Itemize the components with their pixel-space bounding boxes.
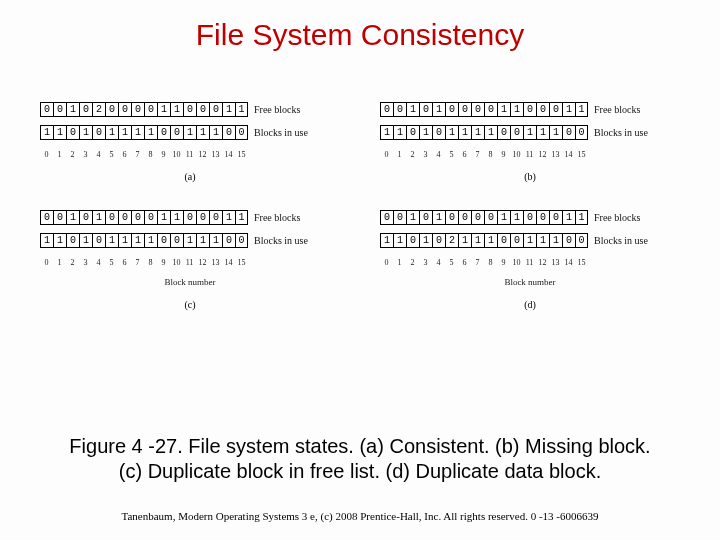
index-label: 14 <box>222 258 235 267</box>
panel-sublabel: (b) <box>380 171 680 182</box>
index-label: 11 <box>183 150 196 159</box>
use-cell: 1 <box>549 125 562 140</box>
free-cell: 0 <box>393 210 406 225</box>
index-label: 10 <box>170 150 183 159</box>
use-cell: 1 <box>419 125 432 140</box>
index-label: 1 <box>53 150 66 159</box>
free-cell: 1 <box>406 102 419 117</box>
use-cell: 1 <box>196 125 209 140</box>
use-cell: 1 <box>536 125 549 140</box>
index-label: 5 <box>445 258 458 267</box>
index-label: 7 <box>131 150 144 159</box>
free-cell: 1 <box>222 210 235 225</box>
row-label-use: Blocks in use <box>594 235 648 246</box>
panel-c: 0010100001100011Free blocks1101011110011… <box>40 210 340 310</box>
row-label-use: Blocks in use <box>254 127 308 138</box>
slide-title: File System Consistency <box>0 0 720 62</box>
use-cell: 0 <box>575 125 588 140</box>
index-label: 11 <box>183 258 196 267</box>
index-label: 7 <box>471 258 484 267</box>
index-label: 6 <box>118 150 131 159</box>
index-label: 0 <box>40 258 53 267</box>
free-cell: 0 <box>105 102 118 117</box>
index-label: 6 <box>458 150 471 159</box>
free-cell: 1 <box>66 102 79 117</box>
index-label: 2 <box>406 150 419 159</box>
free-cell: 0 <box>131 210 144 225</box>
free-cell: 0 <box>79 210 92 225</box>
use-cell: 1 <box>209 233 222 248</box>
free-cell: 1 <box>222 102 235 117</box>
index-label: 15 <box>575 258 588 267</box>
free-cell: 0 <box>471 102 484 117</box>
use-cell: 1 <box>196 233 209 248</box>
use-cell: 1 <box>209 125 222 140</box>
use-cell: 0 <box>510 233 523 248</box>
index-label: 12 <box>536 150 549 159</box>
free-cell: 0 <box>196 102 209 117</box>
axis-label: Block number <box>40 277 340 287</box>
free-cell: 0 <box>144 210 157 225</box>
use-cell: 1 <box>471 125 484 140</box>
free-cell: 0 <box>380 210 393 225</box>
panel-a: 0010200001100011Free blocks1101011110011… <box>40 102 340 182</box>
free-cell: 0 <box>209 210 222 225</box>
index-label: 3 <box>79 258 92 267</box>
use-cell: 2 <box>445 233 458 248</box>
index-label: 0 <box>380 258 393 267</box>
use-cell: 0 <box>406 233 419 248</box>
use-cell: 1 <box>118 233 131 248</box>
index-label: 11 <box>523 258 536 267</box>
index-label: 6 <box>118 258 131 267</box>
use-cell: 0 <box>432 125 445 140</box>
index-label: 15 <box>235 150 248 159</box>
index-label: 8 <box>484 150 497 159</box>
index-label: 1 <box>53 258 66 267</box>
use-cell: 1 <box>380 125 393 140</box>
axis-label: Block number <box>380 277 680 287</box>
use-cell: 1 <box>144 233 157 248</box>
index-label: 3 <box>79 150 92 159</box>
index-label: 9 <box>157 150 170 159</box>
index-label: 1 <box>393 150 406 159</box>
use-cell: 1 <box>53 125 66 140</box>
slide-footer: Tanenbaum, Modern Operating Systems 3 e,… <box>0 510 720 522</box>
free-cell: 1 <box>157 102 170 117</box>
index-label: 4 <box>92 258 105 267</box>
index-label: 12 <box>536 258 549 267</box>
free-cell: 1 <box>575 102 588 117</box>
free-cell: 0 <box>445 210 458 225</box>
use-cell: 0 <box>497 233 510 248</box>
use-cell: 0 <box>510 125 523 140</box>
caption-line-1: Figure 4 -27. File system states. (a) Co… <box>69 435 650 457</box>
free-cell: 1 <box>432 210 445 225</box>
use-cell: 1 <box>471 233 484 248</box>
index-label: 12 <box>196 258 209 267</box>
row-label-free: Free blocks <box>594 104 640 115</box>
free-cell: 1 <box>562 102 575 117</box>
free-cell: 1 <box>510 102 523 117</box>
row-label-use: Blocks in use <box>254 235 308 246</box>
index-label: 11 <box>523 150 536 159</box>
free-cell: 0 <box>484 210 497 225</box>
index-label: 5 <box>445 150 458 159</box>
index-label: 15 <box>235 258 248 267</box>
use-cell: 0 <box>66 233 79 248</box>
index-label: 10 <box>510 258 523 267</box>
index-label: 2 <box>66 150 79 159</box>
use-cell: 0 <box>157 233 170 248</box>
use-cell: 0 <box>170 233 183 248</box>
use-cell: 1 <box>105 125 118 140</box>
index-label: 6 <box>458 258 471 267</box>
index-label: 13 <box>549 150 562 159</box>
use-cell: 0 <box>170 125 183 140</box>
use-cell: 1 <box>419 233 432 248</box>
index-label: 9 <box>497 258 510 267</box>
free-cell: 1 <box>235 210 248 225</box>
free-cell: 0 <box>40 102 53 117</box>
index-label: 14 <box>222 150 235 159</box>
free-cell: 1 <box>66 210 79 225</box>
free-cell: 1 <box>170 210 183 225</box>
use-cell: 1 <box>183 233 196 248</box>
index-label: 8 <box>144 150 157 159</box>
